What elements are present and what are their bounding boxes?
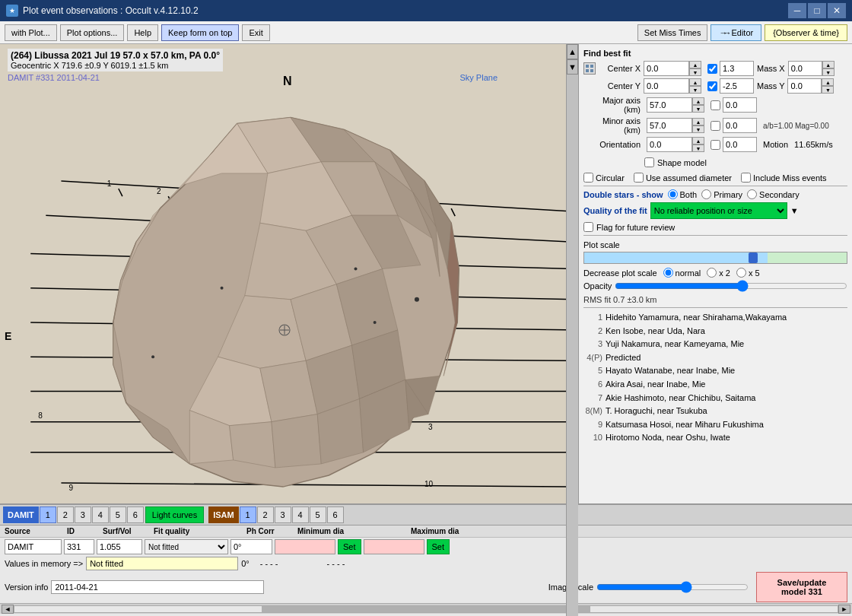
orientation-down[interactable]: ▼ xyxy=(692,144,704,152)
scroll-left-button[interactable]: ◄ xyxy=(2,605,14,614)
major-axis-check[interactable] xyxy=(711,100,720,110)
flag-check[interactable] xyxy=(583,222,593,232)
center-y-input[interactable] xyxy=(644,78,689,94)
observer-time-button[interactable]: {Observer & time} xyxy=(765,24,847,41)
plot-options-menu[interactable]: Plot options... xyxy=(60,24,125,41)
normal-radio[interactable] xyxy=(663,268,673,278)
major-axis-input[interactable] xyxy=(647,97,692,113)
normal-radio-label[interactable]: normal xyxy=(663,268,701,278)
damit-tab-4[interactable]: 4 xyxy=(92,506,109,523)
mass-x-up[interactable]: ▲ xyxy=(822,61,835,68)
orientation-check-val[interactable] xyxy=(723,137,757,152)
isam-tab-4[interactable]: 4 xyxy=(292,506,309,523)
center-x-down[interactable]: ▼ xyxy=(689,68,701,76)
opacity-slider[interactable] xyxy=(615,280,847,292)
best-fit-icon[interactable] xyxy=(583,62,596,75)
surf-vol-input[interactable] xyxy=(97,539,142,554)
close-button[interactable]: ✕ xyxy=(828,3,846,18)
isam-tab-6[interactable]: 6 xyxy=(327,506,344,523)
set-miss-times-button[interactable]: Set Miss Times xyxy=(637,24,708,41)
both-radio[interactable] xyxy=(668,189,678,199)
x5-radio-label[interactable]: x 5 xyxy=(736,268,760,278)
orientation-up[interactable]: ▲ xyxy=(692,137,704,144)
fit-quality-select[interactable]: Not fitted xyxy=(145,539,228,554)
major-axis-down[interactable]: ▼ xyxy=(692,105,704,113)
mass-y-down[interactable]: ▼ xyxy=(822,86,834,94)
orientation-input[interactable] xyxy=(647,137,692,152)
minor-axis-row: Minor axis (km) ▲ ▼ a/b=1.00 Mag=0.00 xyxy=(583,116,847,135)
isam-tab-2[interactable]: 2 xyxy=(257,506,274,523)
isam-tab-label: ISAM xyxy=(208,506,239,523)
damit-tab-6[interactable]: 6 xyxy=(127,506,144,523)
light-curves-button[interactable]: Light curves xyxy=(145,506,204,523)
center-x-check-val[interactable] xyxy=(720,61,754,76)
id-input[interactable] xyxy=(64,539,94,554)
quality-select[interactable]: No reliable position or size xyxy=(650,202,787,219)
mass-y-up[interactable]: ▲ xyxy=(822,78,834,86)
version-input[interactable] xyxy=(51,580,264,594)
scroll-right-button[interactable]: ► xyxy=(838,605,850,614)
x5-radio[interactable] xyxy=(736,268,746,278)
x2-radio[interactable] xyxy=(707,268,717,278)
save-update-button[interactable]: Save/update model 331 xyxy=(756,572,847,602)
min-dia-input[interactable] xyxy=(275,539,335,554)
keep-form-on-top-menu[interactable]: Keep form on top xyxy=(161,24,239,41)
center-x-check[interactable] xyxy=(707,64,717,74)
isam-tab-5[interactable]: 5 xyxy=(310,506,326,523)
find-best-fit-title: Find best fit xyxy=(583,49,847,58)
min-dia-set-button[interactable]: Set xyxy=(338,539,361,554)
plot-scale-slider[interactable] xyxy=(583,252,847,264)
source-input[interactable] xyxy=(5,539,62,554)
both-radio-label[interactable]: Both xyxy=(668,189,698,199)
major-axis-check-val[interactable] xyxy=(723,97,757,113)
max-dia-input[interactable] xyxy=(364,539,424,554)
secondary-radio[interactable] xyxy=(747,189,757,199)
horizontal-scrollbar[interactable]: ◄ ► xyxy=(0,603,852,614)
with-plot-menu[interactable]: with Plot... xyxy=(5,24,57,41)
include-miss-events-check[interactable] xyxy=(741,173,751,183)
major-axis-up[interactable]: ▲ xyxy=(692,97,704,105)
orientation-check[interactable] xyxy=(711,140,720,150)
exit-menu[interactable]: Exit xyxy=(242,24,269,41)
sky-plane-label[interactable]: Sky Plane xyxy=(459,73,498,82)
max-dia-set-button[interactable]: Set xyxy=(427,539,450,554)
damit-tab-1[interactable]: 1 xyxy=(40,506,56,523)
damit-tab-5[interactable]: 5 xyxy=(110,506,126,523)
isam-tab-1[interactable]: 1 xyxy=(240,506,256,523)
shape-model-check[interactable] xyxy=(644,157,654,167)
x2-radio-label[interactable]: x 2 xyxy=(707,268,730,278)
image-scale-slider[interactable] xyxy=(596,581,749,593)
not-fitted-input[interactable] xyxy=(86,557,238,570)
vertical-scrollbar[interactable]: ▲ ▼ xyxy=(566,44,578,616)
center-y-check[interactable] xyxy=(707,81,717,91)
center-x-input[interactable] xyxy=(644,61,689,76)
help-menu[interactable]: Help xyxy=(127,24,158,41)
mass-x-down[interactable]: ▼ xyxy=(822,68,835,76)
mass-y-input[interactable] xyxy=(787,78,822,94)
use-assumed-diameter-check[interactable] xyxy=(634,173,644,183)
maximize-button[interactable]: □ xyxy=(808,3,826,18)
primary-radio[interactable] xyxy=(701,189,711,199)
minor-axis-down[interactable]: ▼ xyxy=(692,125,704,133)
damit-tab-2[interactable]: 2 xyxy=(57,506,74,523)
minor-axis-check[interactable] xyxy=(711,121,720,131)
bottom-col-headers: Source ID Surf/Vol Fit quality Ph Corr M… xyxy=(0,526,852,538)
center-y-check-val[interactable] xyxy=(720,78,754,94)
mass-x-input[interactable] xyxy=(788,61,822,76)
circular-check[interactable] xyxy=(583,173,593,183)
isam-tab-3[interactable]: 3 xyxy=(275,506,291,523)
center-y-down[interactable]: ▼ xyxy=(689,86,701,94)
damit-tab-3[interactable]: 3 xyxy=(75,506,91,523)
editor-button[interactable]: → →Editor xyxy=(711,24,761,41)
include-miss-events-label: Include Miss events xyxy=(753,173,827,183)
primary-radio-label[interactable]: Primary xyxy=(701,189,742,199)
minimize-button[interactable]: ─ xyxy=(788,3,806,18)
minor-axis-check-val[interactable] xyxy=(723,118,757,133)
center-x-up[interactable]: ▲ xyxy=(689,61,701,68)
center-y-up[interactable]: ▲ xyxy=(689,78,701,86)
ph-corr-input[interactable] xyxy=(230,539,272,554)
minor-axis-input[interactable] xyxy=(647,118,692,133)
decrease-plot-scale-label: Decrease plot scale xyxy=(583,268,657,278)
secondary-radio-label[interactable]: Secondary xyxy=(747,189,800,199)
minor-axis-up[interactable]: ▲ xyxy=(692,118,704,125)
